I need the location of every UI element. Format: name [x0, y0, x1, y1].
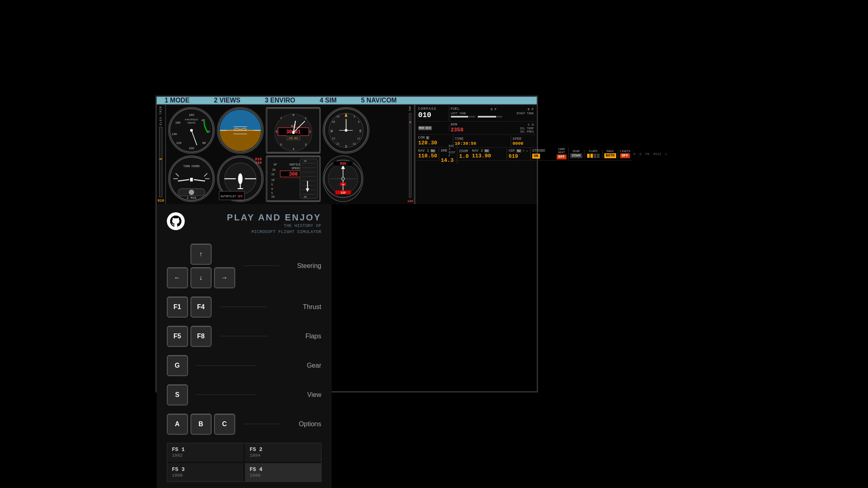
- svg-text:TO: TO: [342, 183, 345, 186]
- gear-label: GEAR: [573, 150, 579, 153]
- adf-minus: -: [526, 148, 529, 153]
- altimeter-gauge: 9 1 2 3 4 5 6 7 ALT 30001: [266, 107, 321, 154]
- flaps-label: Flaps: [273, 333, 321, 340]
- menu-sim[interactable]: 4 SIM: [319, 97, 337, 104]
- view-key-group: S: [167, 384, 188, 405]
- dme-label: DME: [441, 149, 447, 153]
- svg-text:KNOTS: KNOTS: [188, 122, 195, 124]
- compass-value: 010: [418, 111, 447, 119]
- menu-views[interactable]: 2 VIEWS: [214, 97, 241, 104]
- svg-point-36: [190, 129, 193, 132]
- svg-point-81: [345, 129, 348, 132]
- svg-text:SPEED: SPEED: [291, 167, 300, 170]
- time-value: 10:30:56: [455, 141, 509, 146]
- fs1-button[interactable]: FS 1 1982: [167, 443, 243, 462]
- svg-text:TURN COORD: TURN COORD: [184, 165, 200, 168]
- svg-text:30: 30: [332, 120, 335, 124]
- elev-trim: ELEV TRIM 010: [157, 105, 166, 204]
- throttle-strip: THR 180: [407, 105, 415, 204]
- svg-point-61: [292, 131, 295, 134]
- svg-text:80: 80: [202, 141, 206, 145]
- turn-coordinator: TURN COORD 2 MIN: [168, 155, 215, 202]
- f8-key[interactable]: F8: [190, 326, 212, 347]
- s-key[interactable]: S: [167, 384, 188, 405]
- instrument-panel: ELEV TRIM 010 180 160 140: [157, 104, 537, 204]
- oil-pres-label: OIL PRES: [520, 130, 534, 133]
- time-label: TIME: [455, 137, 464, 141]
- play-enjoy-title: PLAY AND ENJOY: [227, 212, 321, 223]
- svg-text:W: W: [330, 129, 333, 133]
- svg-point-99: [238, 173, 243, 184]
- svg-text:1: 1: [305, 117, 307, 120]
- svg-text:5: 5: [280, 143, 282, 146]
- strobe-status[interactable]: ON: [532, 154, 540, 159]
- svg-text:160: 160: [175, 121, 181, 124]
- gear-status[interactable]: DOWN: [570, 153, 582, 158]
- right-arrow-key[interactable]: →: [214, 267, 235, 288]
- github-icon[interactable]: [167, 212, 185, 230]
- carb-heat-label: CARBHEAT: [558, 148, 565, 154]
- gear-row: G Gear: [167, 355, 321, 376]
- left-arrow-key[interactable]: ←: [167, 267, 188, 288]
- zoom-value: 1.0: [459, 153, 468, 159]
- xpdr-label: XPDR: [513, 137, 522, 141]
- control-header: PLAY AND ENJOY THE HISTORY OF MICROSOFT …: [167, 212, 321, 235]
- attitude-gauge: [217, 107, 264, 154]
- rpm-label: RPM: [451, 123, 457, 127]
- gauges-area: 180 160 140 120 100 80 60 40 AIRSPEED KN…: [166, 105, 407, 204]
- fuel-e-label-2: E F: [528, 107, 533, 111]
- svg-text:7: 7: [280, 117, 282, 120]
- right-tank-label: RIGHT TANK: [516, 112, 533, 115]
- zoom-label: ZOOM: [459, 149, 468, 153]
- adf-plus: +: [523, 149, 525, 152]
- adf-n2: N2: [516, 149, 521, 152]
- vertical-speed: UP 20 15 10 5 0 5 10 VERTICAL SPEED: [266, 155, 321, 202]
- options-key-group: A B C: [167, 414, 235, 435]
- svg-text:DN: DN: [304, 196, 307, 198]
- flaps-label: FLAPS: [589, 150, 597, 153]
- carb-heat-status[interactable]: OFF: [557, 155, 566, 159]
- b-key[interactable]: B: [190, 414, 212, 435]
- svg-text:2 MIN: 2 MIN: [187, 196, 197, 200]
- svg-text:20: 20: [272, 169, 275, 172]
- airspeed-gauge: 180 160 140 120 100 80 60 40 AIRSPEED KN…: [168, 107, 215, 154]
- attitude-indicator-2: AUTOPILOT OFF 010 190: [217, 155, 264, 202]
- thrust-key-group: F1 F4: [167, 296, 212, 318]
- f5-key[interactable]: F5: [167, 326, 188, 347]
- f4-key[interactable]: F4: [190, 296, 212, 318]
- heading-gauge: N E S W 3 6 12 15 21 24 30 33: [323, 107, 370, 154]
- mags-status[interactable]: BOTH: [604, 153, 617, 158]
- menu-enviro[interactable]: 3 ENVIRO: [265, 97, 295, 104]
- a-key[interactable]: A: [167, 414, 188, 435]
- svg-text:10: 10: [271, 179, 274, 182]
- menu-navcom[interactable]: 5 NAV/COM: [361, 97, 397, 104]
- steering-row: ↑ ← ↓ → Steering: [167, 244, 321, 288]
- title-block: PLAY AND ENJOY THE HISTORY OF MICROSOFT …: [227, 212, 321, 235]
- down-arrow-key[interactable]: ↓: [190, 267, 212, 288]
- com-value: 120.30: [418, 140, 437, 146]
- adf-value: 619: [509, 153, 518, 159]
- svg-text:29.92: 29.92: [289, 137, 298, 140]
- c-key[interactable]: C: [214, 414, 235, 435]
- svg-text:UP: UP: [273, 163, 277, 166]
- up-arrow-key[interactable]: ↑: [190, 244, 212, 265]
- oil-temp-label: OIL TEMP: [520, 127, 534, 130]
- view-label: View: [262, 391, 321, 399]
- svg-text:UP: UP: [304, 160, 307, 163]
- thrust-label: Thrust: [273, 303, 321, 311]
- svg-text:24: 24: [332, 137, 335, 140]
- fs3-button[interactable]: FS 3 1988: [167, 463, 243, 481]
- fs4-button[interactable]: FS 4 1989: [245, 463, 321, 481]
- menu-mode[interactable]: 1 MODE: [165, 97, 190, 104]
- nav1-value: 110.50: [418, 153, 437, 159]
- f1-key[interactable]: F1: [167, 296, 188, 318]
- com-label: COM: [418, 136, 425, 140]
- fs2-button[interactable]: FS 2 1984: [245, 443, 321, 462]
- g-key[interactable]: G: [167, 355, 188, 376]
- lights-status[interactable]: OFF: [620, 153, 630, 158]
- svg-text:15: 15: [353, 142, 356, 146]
- svg-text:2: 2: [309, 130, 311, 133]
- data-panel: COMPASS 010 FUEL E F E F LEFT TANK RIGHT…: [415, 105, 537, 204]
- options-label: Options: [285, 420, 321, 428]
- svg-text:120: 120: [176, 141, 182, 145]
